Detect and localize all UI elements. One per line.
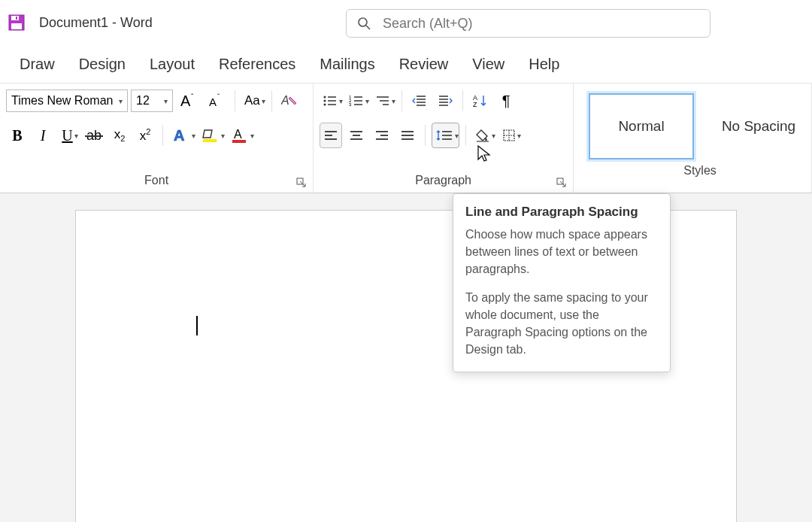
align-center-button[interactable] bbox=[345, 123, 368, 148]
show-paragraph-marks-button[interactable]: ¶ bbox=[495, 88, 517, 114]
separator bbox=[465, 125, 466, 146]
tooltip-title: Line and Paragraph Spacing bbox=[465, 205, 658, 220]
chevron-down-icon: ▾ bbox=[250, 132, 254, 140]
svg-rect-1 bbox=[11, 16, 19, 20]
text-effects-button[interactable]: A ▾ bbox=[169, 123, 195, 148]
tooltip-paragraph: Choose how much space appears between li… bbox=[465, 226, 658, 278]
subscript-button[interactable]: x2 bbox=[108, 123, 131, 148]
chevron-down-icon: ▾ bbox=[392, 97, 395, 105]
svg-text:A: A bbox=[234, 128, 242, 141]
title-bar: Document1 - Word bbox=[0, 0, 812, 45]
tooltip-paragraph: To apply the same spacing to your whole … bbox=[465, 289, 658, 359]
tab-mailings[interactable]: Mailings bbox=[308, 50, 386, 79]
paragraph-dialog-launcher[interactable] bbox=[556, 178, 568, 190]
justify-button[interactable] bbox=[396, 123, 419, 148]
change-case-button[interactable]: Aa▾ bbox=[241, 88, 265, 114]
tooltip-body: Choose how much space appears between li… bbox=[465, 226, 658, 358]
chevron-down-icon: ▾ bbox=[74, 132, 78, 140]
align-right-button[interactable] bbox=[371, 123, 393, 148]
svg-point-18 bbox=[324, 100, 326, 102]
svg-line-5 bbox=[366, 26, 370, 29]
svg-rect-12 bbox=[203, 139, 217, 142]
tab-layout[interactable]: Layout bbox=[138, 50, 207, 79]
strikethrough-button[interactable]: ab bbox=[83, 123, 105, 148]
line-spacing-button[interactable]: ▾ bbox=[432, 123, 459, 148]
search-box[interactable] bbox=[346, 9, 710, 38]
decrease-font-size-button[interactable]: Aˇ bbox=[205, 88, 229, 114]
font-name-selector[interactable]: Times New Roman ▾ bbox=[6, 90, 128, 112]
svg-text:Z: Z bbox=[473, 101, 477, 108]
borders-button[interactable]: ▾ bbox=[498, 123, 521, 148]
chevron-down-icon: ▾ bbox=[221, 132, 225, 140]
sort-button[interactable]: AZ bbox=[469, 88, 492, 114]
group-paragraph: ▾ 123 ▾ ▾ AZ bbox=[314, 83, 574, 193]
style-label: Normal bbox=[618, 118, 664, 135]
align-left-button[interactable] bbox=[320, 123, 342, 148]
superscript-button[interactable]: x2 bbox=[134, 123, 156, 148]
tab-view[interactable]: View bbox=[460, 50, 517, 79]
ribbon-tabs: Draw Design Layout References Mailings R… bbox=[0, 45, 812, 83]
chevron-down-icon: ▾ bbox=[192, 132, 195, 140]
underline-button[interactable]: U▾ bbox=[57, 123, 80, 148]
save-icon[interactable] bbox=[8, 14, 26, 32]
tooltip-line-spacing: Line and Paragraph Spacing Choose how mu… bbox=[453, 193, 671, 372]
group-label-styles: Styles bbox=[589, 162, 811, 180]
chevron-down-icon: ▾ bbox=[262, 97, 265, 105]
style-label: No Spacing bbox=[722, 118, 795, 135]
style-normal[interactable]: Normal bbox=[589, 93, 694, 159]
group-label-paragraph: Paragraph bbox=[320, 171, 567, 190]
search-icon bbox=[357, 17, 371, 30]
document-area bbox=[0, 193, 812, 522]
tab-design[interactable]: Design bbox=[67, 50, 138, 79]
style-no-spacing[interactable]: No Spacing bbox=[706, 93, 811, 159]
clear-formatting-button[interactable]: A bbox=[278, 88, 302, 114]
chevron-down-icon: ▾ bbox=[455, 132, 459, 140]
svg-text:A: A bbox=[180, 93, 191, 109]
text-cursor bbox=[196, 316, 198, 335]
tab-help[interactable]: Help bbox=[517, 50, 571, 79]
font-dialog-launcher[interactable] bbox=[296, 178, 308, 190]
group-label-font: Font bbox=[6, 171, 307, 190]
increase-indent-button[interactable] bbox=[434, 88, 456, 114]
svg-rect-2 bbox=[11, 23, 22, 29]
svg-point-16 bbox=[324, 96, 326, 99]
svg-text:3: 3 bbox=[349, 102, 352, 107]
svg-text:A: A bbox=[281, 94, 289, 107]
svg-text:A: A bbox=[209, 96, 217, 108]
chevron-down-icon: ▾ bbox=[339, 97, 343, 105]
search-input[interactable] bbox=[383, 16, 699, 32]
bold-button[interactable]: B bbox=[6, 123, 29, 148]
multilevel-list-button[interactable]: ▾ bbox=[372, 88, 395, 114]
increase-font-size-button[interactable]: Aˆ bbox=[176, 88, 201, 114]
separator bbox=[401, 90, 402, 111]
font-color-button[interactable]: A ▾ bbox=[228, 123, 254, 148]
svg-point-4 bbox=[359, 18, 367, 26]
svg-text:ˇ: ˇ bbox=[217, 93, 220, 102]
tab-draw[interactable]: Draw bbox=[8, 50, 67, 79]
font-size-value: 12 bbox=[136, 94, 150, 108]
group-styles: Normal No Spacing Styles bbox=[574, 83, 812, 193]
tab-review[interactable]: Review bbox=[387, 50, 461, 79]
ribbon: Times New Roman ▾ 12 ▾ Aˆ Aˇ Aa▾ bbox=[0, 83, 812, 193]
document-title: Document1 - Word bbox=[39, 15, 153, 31]
italic-button[interactable]: I bbox=[32, 123, 54, 148]
highlight-button[interactable]: ▾ bbox=[198, 123, 225, 148]
separator bbox=[162, 125, 163, 146]
chevron-down-icon: ▾ bbox=[492, 132, 495, 140]
chevron-down-icon: ▾ bbox=[517, 132, 521, 140]
group-font: Times New Roman ▾ 12 ▾ Aˆ Aˇ Aa▾ bbox=[0, 83, 314, 193]
svg-rect-3 bbox=[16, 17, 17, 20]
svg-rect-14 bbox=[232, 140, 246, 143]
shading-button[interactable]: ▾ bbox=[472, 123, 495, 148]
chevron-down-icon: ▾ bbox=[365, 97, 369, 105]
bullets-button[interactable]: ▾ bbox=[320, 88, 343, 114]
font-size-selector[interactable]: 12 ▾ bbox=[131, 90, 173, 112]
svg-point-20 bbox=[324, 104, 326, 106]
tab-references[interactable]: References bbox=[207, 50, 308, 79]
svg-text:ˆ: ˆ bbox=[191, 93, 194, 102]
numbering-button[interactable]: 123 ▾ bbox=[346, 88, 369, 114]
separator bbox=[462, 90, 463, 111]
separator bbox=[425, 125, 426, 146]
decrease-indent-button[interactable] bbox=[408, 88, 431, 114]
chevron-down-icon: ▾ bbox=[164, 97, 168, 105]
